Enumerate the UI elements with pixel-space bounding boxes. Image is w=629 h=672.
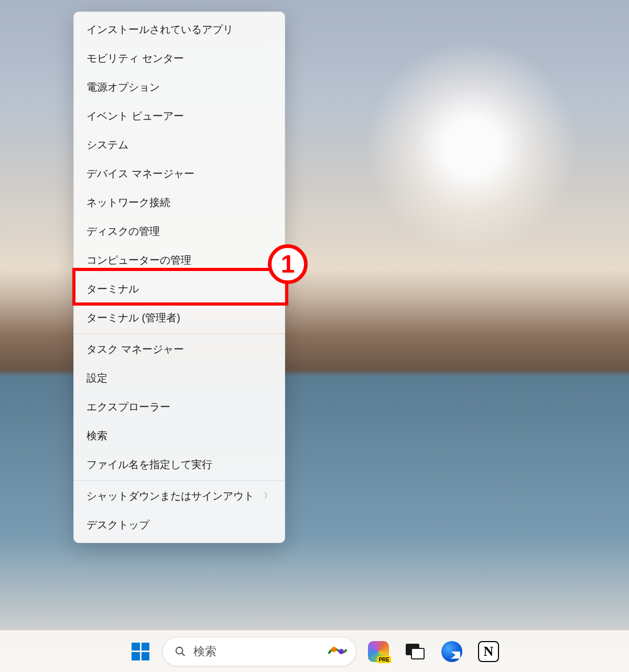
task-view-icon [406,644,425,659]
taskbar-app-copilot[interactable]: PRE [364,637,393,666]
thunderbird-icon [441,641,462,662]
menu-item-label: 設定 [86,371,107,385]
menu-item-computer-management[interactable]: コンピューターの管理 [74,246,285,275]
search-highlight-icon [326,640,349,663]
menu-item-label: システム [86,138,128,152]
menu-separator [74,333,285,334]
menu-item-terminal[interactable]: ターミナル [74,275,285,304]
menu-item-label: ターミナル (管理者) [86,311,180,325]
desktop-wallpaper: インストールされているアプリ モビリティ センター 電源オプション イベント ビ… [0,0,629,672]
copilot-badge: PRE [377,656,391,663]
menu-item-label: ファイル名を指定して実行 [86,458,212,472]
notion-icon: N [478,641,499,662]
menu-item-settings[interactable]: 設定 [74,364,285,393]
taskbar: 検索 PRE N [0,630,629,672]
menu-item-power-options[interactable]: 電源オプション [74,73,285,102]
taskbar-app-thunderbird[interactable] [437,637,467,666]
menu-item-run[interactable]: ファイル名を指定して実行 [74,450,285,479]
menu-item-search[interactable]: 検索 [74,421,285,450]
menu-item-disk-management[interactable]: ディスクの管理 [74,217,285,246]
taskbar-task-view[interactable] [400,637,430,666]
menu-item-label: ネットワーク接続 [86,196,170,210]
menu-item-label: 電源オプション [86,80,160,94]
menu-item-label: タスク マネージャー [86,342,184,356]
search-placeholder: 検索 [193,644,318,659]
menu-separator [74,480,285,481]
menu-item-label: ディスクの管理 [86,224,160,239]
menu-item-event-viewer[interactable]: イベント ビューアー [74,102,285,131]
svg-point-3 [339,649,344,654]
menu-item-terminal-admin[interactable]: ターミナル (管理者) [74,304,285,332]
menu-item-label: エクスプローラー [86,400,170,414]
windows-logo-icon [132,643,149,660]
menu-item-mobility-center[interactable]: モビリティ センター [74,44,285,73]
taskbar-app-notion[interactable]: N [474,637,503,666]
start-button[interactable] [126,637,155,666]
chevron-right-icon: 〉 [264,491,272,502]
menu-item-network-connections[interactable]: ネットワーク接続 [74,188,285,217]
menu-item-task-manager[interactable]: タスク マネージャー [74,335,285,364]
menu-item-label: 検索 [86,429,107,443]
menu-item-label: デスクトップ [86,518,149,532]
search-icon [175,646,186,657]
menu-item-label: デバイス マネージャー [86,167,194,181]
menu-item-label: ターミナル [86,282,139,296]
menu-item-explorer[interactable]: エクスプローラー [74,393,285,421]
menu-item-label: シャットダウンまたはサインアウト [86,489,254,503]
winx-context-menu: インストールされているアプリ モビリティ センター 電源オプション イベント ビ… [73,12,285,543]
menu-item-shutdown-signout[interactable]: シャットダウンまたはサインアウト 〉 [74,482,285,511]
menu-item-label: モビリティ センター [86,51,184,66]
taskbar-search[interactable]: 検索 [162,637,356,666]
menu-item-label: イベント ビューアー [86,109,184,123]
menu-item-label: コンピューターの管理 [86,253,191,267]
svg-point-0 [176,647,183,654]
menu-item-installed-apps[interactable]: インストールされているアプリ [74,15,285,44]
menu-item-device-manager[interactable]: デバイス マネージャー [74,159,285,188]
menu-item-show-desktop[interactable]: デスクトップ [74,511,285,539]
svg-line-1 [182,653,185,656]
taskbar-center: 検索 PRE N [126,637,503,666]
svg-point-2 [331,647,337,652]
menu-item-system[interactable]: システム [74,131,285,159]
menu-item-label: インストールされているアプリ [86,23,233,37]
